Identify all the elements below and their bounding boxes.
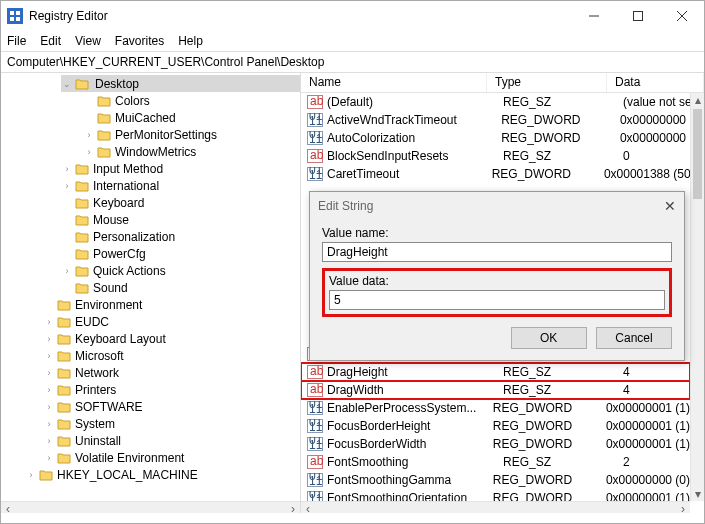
value-name-input[interactable]: [322, 242, 672, 262]
menu-edit[interactable]: Edit: [40, 34, 61, 48]
values-hscroll[interactable]: ‹ ›: [301, 501, 690, 513]
expand-icon[interactable]: ›: [43, 401, 55, 413]
tree-label: Printers: [75, 383, 116, 397]
tree-node[interactable]: ›EUDC: [43, 313, 300, 330]
expand-icon[interactable]: ›: [61, 163, 73, 175]
menu-favorites[interactable]: Favorites: [115, 34, 164, 48]
tree-node[interactable]: Keyboard: [61, 194, 300, 211]
value-data-cell: 2: [623, 455, 690, 469]
expand-icon[interactable]: ›: [43, 435, 55, 447]
tree-node[interactable]: ›Keyboard Layout: [43, 330, 300, 347]
string-value-icon: ab: [307, 365, 323, 379]
value-row[interactable]: 011110EnablePerProcessSystem...REG_DWORD…: [301, 399, 690, 417]
values-vscroll[interactable]: ▴ ▾: [690, 93, 704, 501]
value-row[interactable]: 011110CaretTimeoutREG_DWORD0x00001388 (5…: [301, 165, 704, 183]
expand-icon[interactable]: ›: [43, 316, 55, 328]
value-data-cell: 0x00000001 (1): [606, 437, 690, 451]
value-name-label: Value name:: [322, 226, 672, 240]
folder-icon: [57, 333, 71, 345]
scroll-thumb[interactable]: [693, 109, 702, 199]
tree-node[interactable]: ›Volatile Environment: [43, 449, 300, 466]
value-row[interactable]: 011110FocusBorderWidthREG_DWORD0x0000000…: [301, 435, 690, 453]
value-row[interactable]: abBlockSendInputResetsREG_SZ0: [301, 147, 704, 165]
minimize-button[interactable]: [572, 1, 616, 31]
value-row[interactable]: abDragHeightREG_SZ4: [301, 363, 690, 381]
expand-icon[interactable]: ›: [43, 333, 55, 345]
svg-text:110: 110: [309, 132, 323, 145]
tree-node[interactable]: Mouse: [61, 211, 300, 228]
string-value-icon: ab: [307, 455, 323, 469]
value-row[interactable]: ab(Default)REG_SZ(value not set): [301, 93, 704, 111]
tree-hscroll[interactable]: ‹ ›: [1, 501, 300, 513]
tree-node[interactable]: ›Input Method: [61, 160, 300, 177]
tree-node[interactable]: ›Printers: [43, 381, 300, 398]
value-type-cell: REG_DWORD: [493, 419, 606, 433]
expand-icon[interactable]: ›: [43, 418, 55, 430]
scroll-right-icon[interactable]: ›: [286, 502, 300, 513]
close-button[interactable]: [660, 1, 704, 31]
expand-icon[interactable]: ›: [43, 384, 55, 396]
ok-button[interactable]: OK: [511, 327, 587, 349]
value-type-cell: REG_SZ: [503, 149, 623, 163]
value-row[interactable]: 011110FocusBorderHeightREG_DWORD0x000000…: [301, 417, 690, 435]
dialog-title: Edit String: [318, 199, 373, 213]
col-type[interactable]: Type: [487, 73, 607, 92]
value-type-cell: REG_DWORD: [493, 401, 606, 415]
expand-icon[interactable]: ›: [25, 469, 37, 481]
menu-help[interactable]: Help: [178, 34, 203, 48]
tree-node[interactable]: ›System: [43, 415, 300, 432]
tree-line: [61, 197, 73, 209]
folder-icon: [57, 401, 71, 413]
value-row[interactable]: 011110AutoColorizationREG_DWORD0x0000000…: [301, 129, 704, 147]
scroll-up-icon[interactable]: ▴: [691, 93, 704, 107]
value-row[interactable]: 011110ActiveWndTrackTimeoutREG_DWORD0x00…: [301, 111, 704, 129]
menu-view[interactable]: View: [75, 34, 101, 48]
expand-icon[interactable]: ›: [43, 452, 55, 464]
expand-icon[interactable]: ›: [61, 265, 73, 277]
tree-node[interactable]: MuiCached: [83, 109, 300, 126]
tree-node[interactable]: ›Microsoft: [43, 347, 300, 364]
tree-label: PerMonitorSettings: [115, 128, 217, 142]
svg-text:110: 110: [309, 402, 323, 415]
scroll-right-icon[interactable]: ›: [676, 502, 690, 513]
address-bar[interactable]: Computer\HKEY_CURRENT_USER\Control Panel…: [1, 51, 704, 73]
tree-node[interactable]: ›Uninstall: [43, 432, 300, 449]
tree-line: [61, 282, 73, 294]
tree-node-hklm[interactable]: › HKEY_LOCAL_MACHINE: [25, 466, 300, 483]
expand-icon[interactable]: ›: [43, 367, 55, 379]
tree-node[interactable]: ›Quick Actions: [61, 262, 300, 279]
menu-file[interactable]: File: [7, 34, 26, 48]
tree-node[interactable]: Environment: [43, 296, 300, 313]
tree-node[interactable]: ›SOFTWARE: [43, 398, 300, 415]
tree-node[interactable]: PowerCfg: [61, 245, 300, 262]
dialog-close-button[interactable]: ✕: [664, 198, 676, 214]
tree-node-desktop[interactable]: ⌄ Desktop: [61, 75, 300, 92]
tree-label: Quick Actions: [93, 264, 166, 278]
string-value-icon: ab: [307, 149, 323, 163]
scroll-left-icon[interactable]: ‹: [301, 502, 315, 513]
collapse-icon[interactable]: ⌄: [61, 78, 73, 90]
scroll-left-icon[interactable]: ‹: [1, 502, 15, 513]
tree-node[interactable]: Sound: [61, 279, 300, 296]
expand-icon[interactable]: ›: [43, 350, 55, 362]
tree-node[interactable]: ›International: [61, 177, 300, 194]
cancel-button[interactable]: Cancel: [596, 327, 672, 349]
tree-node[interactable]: ›WindowMetrics: [83, 143, 300, 160]
value-data-input[interactable]: [329, 290, 665, 310]
value-row[interactable]: abDragWidthREG_SZ4: [301, 381, 690, 399]
expand-icon[interactable]: ›: [83, 129, 95, 141]
svg-rect-1: [10, 11, 14, 15]
menubar: File Edit View Favorites Help: [1, 31, 704, 51]
tree-node[interactable]: ›Network: [43, 364, 300, 381]
col-name[interactable]: Name: [301, 73, 487, 92]
maximize-button[interactable]: [616, 1, 660, 31]
tree-node[interactable]: Colors: [83, 92, 300, 109]
value-row[interactable]: 011110FontSmoothingGammaREG_DWORD0x00000…: [301, 471, 690, 489]
value-row[interactable]: abFontSmoothingREG_SZ2: [301, 453, 690, 471]
col-data[interactable]: Data: [607, 73, 704, 92]
expand-icon[interactable]: ›: [61, 180, 73, 192]
scroll-down-icon[interactable]: ▾: [691, 487, 704, 501]
tree-node[interactable]: ›PerMonitorSettings: [83, 126, 300, 143]
tree-node[interactable]: Personalization: [61, 228, 300, 245]
expand-icon[interactable]: ›: [83, 146, 95, 158]
